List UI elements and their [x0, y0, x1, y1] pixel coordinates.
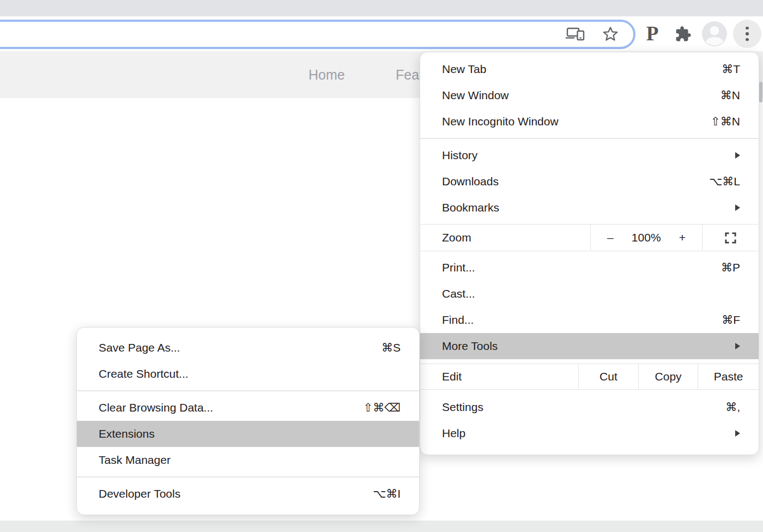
page-bottom-band [0, 521, 763, 532]
menu-item-shortcut: ⌘T [722, 63, 740, 76]
submenu-arrow-icon [735, 152, 740, 159]
menu-item-print[interactable]: Print... ⌘P [420, 255, 759, 281]
fullscreen-icon [724, 232, 737, 244]
menu-item-shortcut: ⌥⌘I [373, 487, 401, 500]
zoom-level-value: 100% [632, 231, 661, 244]
menu-dot [746, 38, 749, 41]
menu-item-label: Help [442, 427, 735, 440]
menu-edit-row: Edit Cut Copy Paste [420, 364, 759, 390]
submenu-item-task-manager[interactable]: Task Manager [77, 447, 419, 473]
more-tools-submenu: Save Page As... ⌘S Create Shortcut... Cl… [76, 327, 420, 515]
menu-item-settings[interactable]: Settings ⌘, [420, 394, 759, 420]
address-bar[interactable] [0, 20, 635, 49]
submenu-item-extensions[interactable]: Extensions [77, 421, 419, 447]
browser-window: P Home Features New Tab ⌘T [0, 0, 763, 532]
copy-button[interactable]: Copy [639, 364, 699, 389]
menu-item-label: Clear Browsing Data... [99, 401, 364, 414]
menu-item-label: Developer Tools [99, 487, 373, 500]
extension-p-icon[interactable]: P [640, 16, 664, 51]
menu-item-shortcut: ⌥⌘L [709, 175, 740, 188]
menu-item-label: History [442, 149, 735, 162]
menu-zoom-row: Zoom – 100% + [420, 224, 759, 251]
nav-link-home[interactable]: Home [308, 51, 345, 98]
submenu-arrow-icon [735, 204, 740, 211]
menu-item-shortcut: ⌘P [721, 261, 740, 274]
page-scrollbar-thumb[interactable] [759, 82, 762, 102]
menu-item-bookmarks[interactable]: Bookmarks [420, 195, 759, 221]
profile-avatar[interactable] [701, 21, 728, 47]
submenu-item-create-shortcut[interactable]: Create Shortcut... [77, 361, 419, 387]
menu-item-downloads[interactable]: Downloads ⌥⌘L [420, 168, 759, 195]
menu-item-shortcut: ⌘N [720, 89, 740, 102]
tab-strip [0, 0, 763, 16]
menu-item-label: Task Manager [99, 454, 401, 467]
menu-item-label: Print... [442, 261, 721, 274]
menu-item-shortcut: ⌘F [722, 313, 740, 327]
zoom-controls: – 100% + [591, 225, 703, 251]
menu-item-shortcut: ⌘S [382, 341, 401, 354]
menu-item-label: Settings [442, 401, 725, 414]
menu-item-label: Cast... [442, 287, 740, 300]
menu-item-label: Downloads [442, 175, 709, 188]
fullscreen-button[interactable] [703, 225, 759, 251]
submenu-arrow-icon [735, 430, 740, 437]
menu-item-help[interactable]: Help [420, 420, 759, 446]
menu-separator [420, 138, 759, 139]
menu-item-label: Bookmarks [442, 201, 735, 214]
toolbar-extensions-area: P [640, 16, 763, 51]
menu-item-new-tab[interactable]: New Tab ⌘T [420, 56, 759, 82]
menu-item-label: Save Page As... [99, 341, 382, 354]
submenu-item-clear-browsing-data[interactable]: Clear Browsing Data... ⇧⌘⌫ [77, 395, 419, 421]
submenu-item-developer-tools[interactable]: Developer Tools ⌥⌘I [77, 481, 419, 507]
menu-item-label: Find... [442, 313, 722, 327]
menu-item-label: New Window [442, 89, 720, 102]
zoom-in-button[interactable]: + [679, 231, 686, 244]
zoom-out-button[interactable]: – [607, 231, 614, 244]
submenu-arrow-icon [735, 343, 740, 349]
menu-item-label: New Tab [442, 63, 722, 76]
menu-item-history[interactable]: History [420, 142, 759, 168]
menu-item-new-incognito-window[interactable]: New Incognito Window ⇧⌘N [420, 108, 759, 135]
menu-item-new-window[interactable]: New Window ⌘N [420, 82, 759, 108]
browser-menu-button[interactable] [733, 20, 761, 48]
menu-item-cast[interactable]: Cast... [420, 281, 759, 307]
menu-dot [746, 27, 749, 30]
menu-item-shortcut: ⇧⌘N [711, 115, 740, 128]
paste-button[interactable]: Paste [698, 364, 759, 389]
menu-separator [77, 390, 419, 391]
menu-item-shortcut: ⇧⌘⌫ [364, 401, 401, 414]
cut-button[interactable]: Cut [579, 364, 639, 389]
menu-item-label: New Incognito Window [442, 115, 711, 128]
menu-item-label: Extensions [99, 427, 401, 440]
zoom-label: Zoom [420, 225, 591, 251]
browser-main-menu: New Tab ⌘T New Window ⌘N New Incognito W… [420, 52, 759, 455]
menu-item-more-tools[interactable]: More Tools [420, 333, 759, 359]
menu-separator [77, 476, 419, 477]
menu-item-shortcut: ⌘, [725, 401, 740, 414]
menu-item-label: Create Shortcut... [99, 367, 401, 380]
bookmark-star-icon[interactable] [602, 26, 619, 43]
menu-item-find[interactable]: Find... ⌘F [420, 307, 759, 333]
edit-label: Edit [420, 364, 579, 389]
menu-dot [746, 32, 749, 35]
send-to-devices-icon[interactable] [566, 26, 585, 43]
menu-item-label: More Tools [442, 340, 735, 353]
submenu-item-save-page-as[interactable]: Save Page As... ⌘S [77, 335, 419, 361]
extensions-puzzle-icon[interactable] [670, 26, 696, 43]
